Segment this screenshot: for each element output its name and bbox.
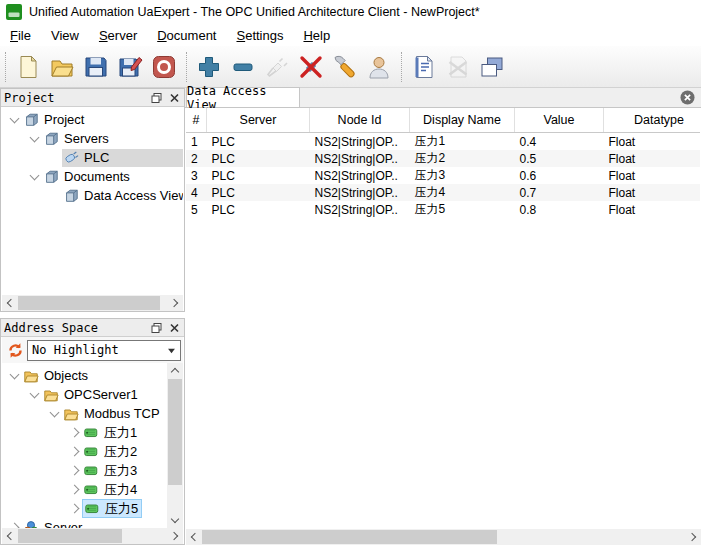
project-hscroll-thumb[interactable] bbox=[18, 296, 160, 310]
column-header-#[interactable]: # bbox=[186, 108, 207, 133]
highlight-dropdown-value: No Highlight bbox=[32, 343, 167, 357]
chevron-down-icon[interactable] bbox=[26, 174, 42, 179]
table-cell: NS2|String|OP.. bbox=[310, 201, 410, 218]
open-project-button[interactable] bbox=[46, 51, 78, 83]
float-panel-icon[interactable] bbox=[150, 322, 163, 334]
table-cell: 5 bbox=[186, 201, 207, 218]
address-hscrollbar[interactable] bbox=[2, 528, 183, 544]
tree-item-content: 压力2 bbox=[82, 443, 140, 461]
tree-item-project[interactable]: Project bbox=[2, 110, 183, 129]
address-vscroll-thumb[interactable] bbox=[168, 379, 182, 485]
table-cell: 1 bbox=[186, 133, 207, 151]
cascade-windows-button[interactable] bbox=[476, 51, 508, 83]
column-header-display-name[interactable]: Display Name bbox=[410, 108, 515, 133]
tree-item-yali-3[interactable]: 压力3 bbox=[2, 461, 167, 480]
toolbar-separator bbox=[401, 52, 402, 82]
tree-item-yali-2[interactable]: 压力2 bbox=[2, 442, 167, 461]
new-project-button[interactable] bbox=[12, 51, 44, 83]
main-hscroll-thumb[interactable] bbox=[202, 530, 497, 544]
save-project-as-button[interactable] bbox=[114, 51, 146, 83]
chevron-down-icon[interactable] bbox=[6, 373, 22, 378]
change-user-button[interactable] bbox=[363, 51, 395, 83]
add-document-button[interactable] bbox=[408, 51, 440, 83]
scroll-down-icon[interactable] bbox=[167, 512, 183, 528]
chevron-right-icon[interactable] bbox=[66, 448, 82, 455]
menu-bar: FileViewServerDocumentSettingsHelp bbox=[0, 24, 701, 46]
scroll-right-icon[interactable] bbox=[167, 528, 183, 544]
tree-item-yali-4[interactable]: 压力4 bbox=[2, 480, 167, 499]
scroll-left-icon[interactable] bbox=[2, 528, 18, 544]
table-cell: Float bbox=[604, 201, 701, 218]
table-row[interactable]: 2PLCNS2|String|OP..压力20.5Float bbox=[186, 150, 700, 167]
table-cell: Float bbox=[604, 133, 701, 151]
chevron-right-icon[interactable] bbox=[66, 467, 82, 474]
chevron-down-icon bbox=[167, 346, 176, 355]
table-cell: PLC bbox=[207, 201, 310, 218]
menu-settings[interactable]: Settings bbox=[226, 26, 293, 45]
scroll-up-icon[interactable] bbox=[167, 363, 183, 379]
column-header-value[interactable]: Value bbox=[515, 108, 604, 133]
tree-item-plc[interactable]: PLC bbox=[2, 148, 183, 167]
tree-item-data-access-view[interactable]: Data Access View bbox=[2, 186, 183, 205]
refresh-icon[interactable] bbox=[6, 341, 25, 360]
disconnect-server-button[interactable] bbox=[295, 51, 327, 83]
column-header-node-id[interactable]: Node Id bbox=[310, 108, 410, 133]
close-panel-icon[interactable] bbox=[168, 322, 181, 334]
scroll-left-icon[interactable] bbox=[2, 295, 18, 311]
chevron-down-icon[interactable] bbox=[26, 392, 42, 397]
column-header-server[interactable]: Server bbox=[207, 108, 310, 133]
project-hscrollbar[interactable] bbox=[2, 295, 183, 311]
add-server-button[interactable] bbox=[193, 51, 225, 83]
tree-item-objects[interactable]: Objects bbox=[2, 366, 167, 385]
chevron-right-icon[interactable] bbox=[66, 429, 82, 436]
address-hscroll-thumb[interactable] bbox=[18, 529, 122, 543]
remove-document-button bbox=[442, 51, 474, 83]
save-project-button[interactable] bbox=[80, 51, 112, 83]
address-vscrollbar[interactable] bbox=[167, 363, 183, 528]
tree-item-documents[interactable]: Documents bbox=[2, 167, 183, 186]
plus-icon bbox=[196, 54, 222, 80]
tag-green-icon bbox=[83, 463, 99, 479]
highlight-dropdown[interactable]: No Highlight bbox=[27, 340, 181, 361]
server-properties-button[interactable] bbox=[329, 51, 361, 83]
chevron-right-icon[interactable] bbox=[66, 486, 82, 493]
tag-green-icon bbox=[83, 425, 99, 441]
float-panel-icon[interactable] bbox=[150, 92, 163, 104]
menu-file[interactable]: File bbox=[0, 26, 41, 45]
table-cell: 压力2 bbox=[410, 150, 515, 167]
plug-disconnect-icon bbox=[298, 54, 324, 80]
scroll-right-icon[interactable] bbox=[167, 295, 183, 311]
table-cell: PLC bbox=[207, 167, 310, 184]
main-hscrollbar[interactable] bbox=[186, 529, 701, 545]
tree-item-servers[interactable]: Servers bbox=[2, 129, 183, 148]
table-row[interactable]: 5PLCNS2|String|OP..压力50.8Float bbox=[186, 201, 700, 218]
tree-item-opcserver1[interactable]: OPCServer1 bbox=[2, 385, 167, 404]
close-panel-icon[interactable] bbox=[168, 92, 181, 104]
server-cubes-icon bbox=[23, 520, 39, 529]
tree-item-yali-1[interactable]: 压力1 bbox=[2, 423, 167, 442]
tree-item-server[interactable]: Server bbox=[2, 518, 167, 528]
tab-data-access-view[interactable]: Data Access View bbox=[186, 87, 300, 107]
exit-button[interactable] bbox=[148, 51, 180, 83]
chevron-down-icon[interactable] bbox=[26, 136, 42, 141]
table-cell: NS2|String|OP.. bbox=[310, 150, 410, 167]
menu-document[interactable]: Document bbox=[147, 26, 226, 45]
table-row[interactable]: 1PLCNS2|String|OP..压力10.4Float bbox=[186, 133, 700, 151]
tree-item-label: Data Access View bbox=[84, 188, 183, 203]
menu-server[interactable]: Server bbox=[89, 26, 147, 45]
table-row[interactable]: 3PLCNS2|String|OP..压力30.6Float bbox=[186, 167, 700, 184]
chevron-down-icon[interactable] bbox=[46, 411, 62, 416]
tab-close-icon[interactable] bbox=[680, 90, 695, 105]
address-space-tree: ObjectsOPCServer1Modbus TCP压力1压力2压力3压力4压… bbox=[2, 363, 167, 528]
tree-item-yali-5[interactable]: 压力5 bbox=[2, 499, 167, 518]
column-header-datatype[interactable]: Datatype bbox=[604, 108, 701, 133]
chevron-right-icon[interactable] bbox=[66, 505, 82, 512]
chevron-down-icon[interactable] bbox=[6, 117, 22, 122]
remove-server-button[interactable] bbox=[227, 51, 259, 83]
tree-item-modbus-tcp[interactable]: Modbus TCP bbox=[2, 404, 167, 423]
scroll-left-icon[interactable] bbox=[186, 529, 202, 545]
table-row[interactable]: 4PLCNS2|String|OP..压力40.7Float bbox=[186, 184, 700, 201]
scroll-right-icon[interactable] bbox=[685, 529, 701, 545]
menu-view[interactable]: View bbox=[41, 26, 89, 45]
menu-help[interactable]: Help bbox=[293, 26, 340, 45]
